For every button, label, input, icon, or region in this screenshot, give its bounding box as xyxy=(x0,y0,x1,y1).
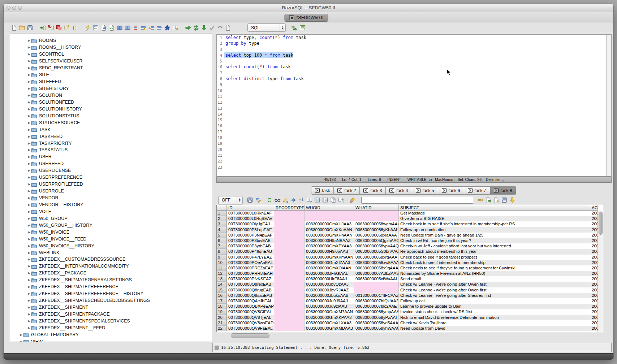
cell-whoid[interactable]: 0033000000GmXIZAA3 xyxy=(305,260,354,265)
copy-table-data-icon[interactable] xyxy=(337,196,345,204)
cell-whatid[interactable] xyxy=(354,211,399,216)
cell-subject[interactable]: Check w/ Leanne - we're going after Owen… xyxy=(399,282,590,287)
disclosure-triangle-icon[interactable]: ▶ xyxy=(27,87,31,90)
cell-whoid[interactable] xyxy=(305,216,354,221)
cell-whoid[interactable]: 0033000000GmXMDAA3 xyxy=(305,326,354,331)
cell-whatid[interactable]: 006300000058ypVAAQ xyxy=(354,243,399,249)
cell-subject[interactable]: Get Massage xyxy=(399,211,590,216)
cell-subject[interactable]: Give Jenn a BIG RAISE xyxy=(399,216,590,221)
disclosure-triangle-icon[interactable]: ▶ xyxy=(27,264,31,268)
tree-item-userrole[interactable]: ▶USERROLE xyxy=(10,188,212,195)
close-tab-icon[interactable] xyxy=(289,15,294,20)
cell-recordtypeid[interactable] xyxy=(274,304,305,309)
disclosure-triangle-icon[interactable]: ▶ xyxy=(27,46,31,49)
cell-ac[interactable]: 200 xyxy=(590,265,598,271)
disclosure-triangle-icon[interactable]: ▶ xyxy=(27,142,31,145)
tree-item-global-temporary[interactable]: ▶GLOBAL TEMPORARY xyxy=(10,331,212,338)
disclosure-triangle-icon[interactable]: ▶ xyxy=(27,94,31,97)
favorites-star-icon[interactable] xyxy=(164,24,171,31)
query-log-icon[interactable] xyxy=(224,24,232,31)
mode-select[interactable]: SQL▲▼ xyxy=(247,23,286,32)
result-tab-task-5[interactable]: task 5 xyxy=(412,186,438,195)
tree-item-w50-invoice-history[interactable]: ▶W50_INVOICE__HISTORY xyxy=(10,242,212,249)
tree-item-site[interactable]: ▶SITE xyxy=(10,72,212,78)
column-header-ac[interactable]: AC xyxy=(590,205,598,211)
cell-recordtypeid[interactable] xyxy=(274,315,305,320)
cell-recordtypeid[interactable] xyxy=(274,326,305,331)
cell-recordtypeid[interactable] xyxy=(274,309,305,315)
disclosure-triangle-icon[interactable]: ▶ xyxy=(27,285,31,289)
column-header-whoid[interactable]: WHOID xyxy=(305,205,354,211)
cell-whatid[interactable] xyxy=(354,282,399,287)
editor-line-11[interactable]: 11 xyxy=(217,94,611,99)
cell-subject[interactable]: Nominated by Shane Freeman at ANZ (HR50) xyxy=(399,271,590,276)
cell-whoid[interactable]: 0033000000GmXHnAAN xyxy=(305,233,354,238)
editor-line-14[interactable]: 14 xyxy=(217,111,611,117)
cell-id[interactable]: 00T3000000QV8wsEAD xyxy=(227,320,274,326)
cell-subject[interactable]: Re-approach about membership this year xyxy=(399,249,590,254)
open-folder-icon[interactable] xyxy=(18,24,26,31)
cell-id[interactable]: 00T3000000POeAnEAL xyxy=(227,260,274,265)
cell-ac[interactable]: 200 xyxy=(590,326,598,331)
result-tab-task-6[interactable]: task 6 xyxy=(438,186,464,195)
cell-whatid[interactable] xyxy=(354,287,399,293)
disclosure-triangle-icon[interactable]: ▶ xyxy=(27,217,31,220)
cell-id[interactable]: 00T3000000QBXPeEAP xyxy=(227,304,274,309)
editor-line-4[interactable]: 4select top 100 * from task xyxy=(217,52,611,58)
cell-subject[interactable]: Check w/ Leanne - we're going after Owen… xyxy=(399,287,590,293)
editor-line-6[interactable]: 6select count(*) from task xyxy=(217,64,611,70)
cell-ac[interactable]: 200 xyxy=(590,287,598,293)
cell-ac[interactable]: 200 xyxy=(590,260,598,265)
cell-ac[interactable]: 200 xyxy=(590,255,598,260)
cell-whatid[interactable]: 00630000005xfWaAAI xyxy=(354,276,399,282)
format-sql-icon[interactable] xyxy=(148,24,155,31)
disclosure-triangle-icon[interactable]: ▶ xyxy=(27,203,31,207)
cell-subject[interactable]: Follow up call xyxy=(399,298,590,304)
cell-id[interactable]: 00T3000000P3tuvEAB xyxy=(227,238,274,243)
cell-id[interactable]: 00T3000000P3N4pEAF xyxy=(227,233,274,238)
row-limit-select-stepper-icon[interactable]: ▲▼ xyxy=(237,196,242,204)
tree-item-zkfedex-shipmatescheduledjobssettings[interactable]: ▶ZKFEDEX__SHIPMATESCHEDULEDJOBSSETTINGS xyxy=(10,297,212,304)
result-tab-task-3[interactable]: task 3 xyxy=(360,186,386,195)
cell-whoid[interactable]: 0033000000GmXLXAA3 xyxy=(305,320,354,326)
disclosure-triangle-icon[interactable]: ▶ xyxy=(27,292,31,295)
cell-id[interactable]: 00T3000000PfvKSEAZ xyxy=(227,276,274,282)
database-object-icon[interactable] xyxy=(71,24,78,31)
disclosure-triangle-icon[interactable]: ▶ xyxy=(27,271,31,275)
disclosure-triangle-icon[interactable]: ▶ xyxy=(27,319,31,323)
reload-table-icon[interactable] xyxy=(306,196,313,204)
tree-item-w50-invoice-feed[interactable]: ▶W50_INVOICE__FEED xyxy=(10,235,212,242)
execute-all-icon[interactable] xyxy=(193,24,200,31)
tree-item-zkfedex-shipmategeneralsettings[interactable]: ▶ZKFEDEX__SHIPMATEGENERALSETTINGS xyxy=(10,277,212,283)
cell-recordtypeid[interactable] xyxy=(274,293,305,298)
row-limit-select[interactable]: OFF▲▼ xyxy=(218,196,243,204)
cell-whoid[interactable]: 0033000000JFhGlAAL xyxy=(305,271,354,276)
close-result-tab-icon[interactable] xyxy=(416,188,420,193)
grid-row[interactable]: 1600T3000000Q8sauEAB0033000000JbukoAAB00… xyxy=(217,293,603,298)
copy-rows-icon[interactable] xyxy=(329,196,337,204)
column-header-whatid[interactable]: WHATID xyxy=(354,205,399,211)
disclosure-triangle-icon[interactable]: ▶ xyxy=(27,39,31,42)
preferences-list-icon[interactable] xyxy=(92,24,99,31)
disclosure-triangle-icon[interactable]: ▶ xyxy=(27,251,31,255)
cell-whatid[interactable]: 006300000058x9qAAA xyxy=(354,265,399,271)
cell-whatid[interactable]: 006300000058yhWAAQ xyxy=(354,326,399,331)
disclosure-triangle-icon[interactable]: ▶ xyxy=(27,114,31,118)
cell-ac[interactable]: 200 xyxy=(590,315,598,320)
cell-whatid[interactable]: 006300000058xrqAAA xyxy=(354,255,399,260)
result-tab-task-8[interactable]: task 8 xyxy=(490,186,516,195)
cell-ac[interactable]: 200 xyxy=(590,282,598,287)
cell-whoid[interactable]: 0033000000Ju9J9AAJ xyxy=(305,298,354,304)
cell-recordtypeid[interactable] xyxy=(274,221,305,227)
disclosure-triangle-icon[interactable]: ▶ xyxy=(27,121,31,125)
cell-whatid[interactable]: 006300000058xlaAAA xyxy=(354,233,399,238)
disclosure-triangle-icon[interactable]: ▶ xyxy=(27,278,31,282)
cell-id[interactable]: 00T3000000L0RknEAF xyxy=(227,211,274,216)
disclosure-triangle-icon[interactable]: ▶ xyxy=(27,237,31,241)
editor-line-23[interactable]: 23 xyxy=(217,164,611,170)
editor-line-7[interactable]: 7 xyxy=(217,70,611,76)
cell-id[interactable]: 00T3000000PRR8rEAH xyxy=(227,271,274,276)
grid-row[interactable]: 100T3000000L0RknEAFGet Massage200 xyxy=(217,211,603,216)
close-result-tab-icon[interactable] xyxy=(363,188,368,193)
cell-whoid[interactable]: 0033000000HirF8AAJ xyxy=(305,276,354,282)
